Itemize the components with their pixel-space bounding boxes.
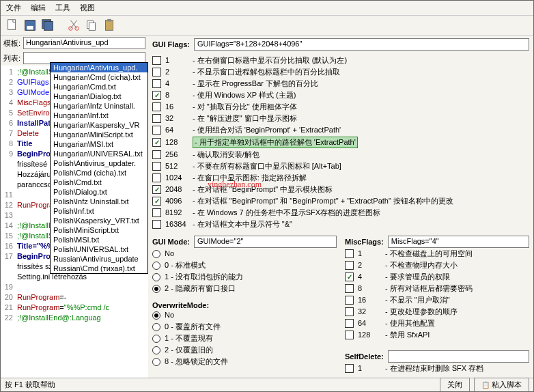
miscflags-input[interactable]: MiscFlags="4" [388, 236, 529, 248]
dropdown-item[interactable]: Hungarian\UNIVERSAL.txt [51, 149, 147, 158]
checkbox-icon[interactable] [345, 261, 354, 270]
checkbox-icon[interactable] [152, 197, 161, 206]
checkbox-icon[interactable] [152, 79, 161, 88]
dropdown-item[interactable]: Polish\Antivirus_updater. [51, 158, 147, 168]
new-icon[interactable] [5, 18, 20, 33]
checkbox-icon[interactable] [152, 208, 161, 217]
radio-icon[interactable] [152, 323, 160, 331]
dropdown-item[interactable]: Hungarian\Cmd (cicha).txt [51, 72, 147, 82]
dropdown-item[interactable]: Hungarian\Dialog.txt [51, 92, 147, 101]
checkbox-icon[interactable] [345, 284, 354, 293]
guiflag-4096[interactable]: 4096- 在对话框 "BeginPrompt" 和 "BeginPrompt"… [152, 195, 529, 207]
miscflag-2[interactable]: 2- 不检查物理内存大小 [345, 260, 529, 271]
dropdown-item[interactable]: Polish\Cmd (cicha).txt [51, 168, 147, 178]
dropdown-item[interactable]: Hungarian\MSI.txt [51, 139, 147, 149]
dropdown-item[interactable]: Hungarian\Infz Uninstall. [51, 101, 147, 111]
checkbox-icon[interactable] [152, 91, 161, 100]
guiflag-64[interactable]: 64- 使用组合对话 'BeginPrompt' + 'ExtractPath' [152, 124, 529, 136]
radio-icon[interactable] [152, 335, 160, 343]
selfdelete-input[interactable] [388, 350, 529, 363]
checkbox-icon[interactable] [152, 150, 161, 159]
checkbox-icon[interactable] [152, 102, 161, 111]
checkbox-icon[interactable] [152, 126, 161, 135]
dropdown-item[interactable]: Russian\Cmd (тихая).txt [51, 264, 147, 273]
miscflag-32[interactable]: 32- 更改处理参数的顺序 [345, 306, 529, 318]
checkbox-icon[interactable] [152, 220, 161, 229]
overwrite-option[interactable]: No [152, 309, 337, 321]
dropdown-item[interactable]: Polish\Inf.txt [51, 206, 147, 216]
radio-icon[interactable] [152, 250, 160, 258]
guimode-option[interactable]: No [152, 248, 337, 260]
checkbox-icon[interactable] [345, 272, 354, 281]
miscflag-1[interactable]: 1- 不检查磁盘上的可用空间 [345, 248, 529, 260]
dropdown-item[interactable]: Hungarian\Cmd.txt [51, 82, 147, 92]
guiflag-1[interactable]: 1- 在右侧窗口标题中显示百分比抽取 (默认为左) [152, 55, 529, 66]
dropdown-item[interactable]: Hungarian\MiniScript.txt [51, 130, 147, 139]
checkbox-icon[interactable] [152, 56, 161, 65]
guiflag-512[interactable]: 512- 不要在所有标题窗口中显示图标和 [Alt+Tab] [152, 160, 529, 172]
guiflag-2[interactable]: 2- 不显示窗口进程解包标题栏中的百分比抽取 [152, 66, 529, 78]
copy-icon[interactable] [84, 18, 99, 33]
dropdown-item[interactable]: Polish\Dialog.txt [51, 187, 147, 197]
checkbox-icon[interactable] [345, 296, 354, 305]
template-input[interactable]: Hungarian\Antivirus_upd [23, 37, 145, 49]
guiflag-8[interactable]: 8- 使用 Windows XP 样式 (主题) [152, 89, 529, 101]
miscflag-64[interactable]: 64- 使用其他配置 [345, 318, 529, 329]
checkbox-icon[interactable] [152, 185, 161, 194]
dropdown-item[interactable]: Hungarian\Kaspersky_VR [51, 120, 147, 130]
menu-tools[interactable]: 工具 [55, 3, 70, 13]
menu-view[interactable]: 视图 [80, 3, 95, 13]
dropdown-item[interactable]: Polish\MiniScript.txt [51, 225, 147, 235]
checkbox-icon[interactable] [152, 68, 161, 76]
radio-icon[interactable] [152, 285, 160, 293]
checkbox-icon[interactable] [345, 249, 354, 258]
guiflags-input[interactable]: GUIFlags="8+128+2048+4096" [194, 38, 529, 51]
checkbox-icon[interactable] [345, 319, 354, 328]
checkbox-icon[interactable] [152, 173, 161, 182]
overwrite-option[interactable]: 8 - 忽略锁定的文件 [152, 356, 337, 367]
checkbox-icon[interactable] [152, 114, 161, 123]
radio-icon[interactable] [152, 358, 160, 366]
radio-icon[interactable] [152, 262, 160, 270]
dropdown-item[interactable]: Hungarian\Antivirus_upd. [51, 63, 147, 72]
overwrite-option[interactable]: 1 - 不覆盖现有 [152, 333, 337, 344]
checkbox-icon[interactable] [345, 364, 354, 373]
save-all-icon[interactable] [40, 18, 55, 33]
save-icon[interactable] [23, 18, 38, 33]
menu-file[interactable]: 文件 [6, 3, 21, 13]
guiflag-32[interactable]: 32- 在 "解压进度" 窗口中显示图标 [152, 113, 529, 124]
overwrite-option[interactable]: 0 - 覆盖所有文件 [152, 321, 337, 333]
paste-icon[interactable] [102, 18, 117, 33]
guimode-option[interactable]: 1 - 没有取消包拆的能力 [152, 271, 337, 283]
checkbox-icon[interactable] [152, 138, 161, 147]
cut-icon[interactable] [66, 18, 81, 33]
template-dropdown[interactable]: Hungarian\Antivirus_upd.Hungarian\Cmd (c… [50, 62, 148, 274]
radio-icon[interactable] [152, 311, 160, 320]
dropdown-item[interactable]: Polish\Infz Uninstall.txt [51, 197, 147, 206]
overwrite-option[interactable]: 2 - 仅覆盖旧的 [152, 344, 337, 356]
paste-script-button[interactable]: 📋 粘入脚本 [474, 378, 529, 392]
close-button[interactable]: 关闭 [440, 378, 470, 392]
radio-icon[interactable] [152, 346, 160, 354]
dropdown-item[interactable]: Hungarian\Inf.txt [51, 111, 147, 120]
miscflag-128[interactable]: 128- 禁用 SfxAPI [345, 329, 529, 341]
dropdown-item[interactable]: Polish\MSI.txt [51, 235, 147, 244]
guiflag-16[interactable]: 16- 对 "抽取百分比" 使用粗体字体 [152, 101, 529, 113]
checkbox-icon[interactable] [152, 162, 161, 171]
checkbox-icon[interactable] [345, 307, 354, 316]
guiflag-256[interactable]: 256- 确认取消安装/解包 [152, 149, 529, 160]
guiflag-8192[interactable]: 8192- 在 Windows 7 的任务栏中不显示SFX存档的进度栏图标 [152, 207, 529, 219]
checkbox-icon[interactable] [345, 331, 354, 339]
dropdown-item[interactable]: Polish\UNIVERSAL.txt [51, 244, 147, 254]
dropdown-item[interactable]: Polish\Kaspersky_VRT.txt [51, 216, 147, 225]
guimode-input[interactable]: GUIMode="2" [194, 236, 337, 248]
selfdelete-option[interactable]: 1- 在进程结束时删除 SFX 存档 [345, 363, 529, 374]
guiflag-128[interactable]: 128- 用于指定单独对话框中的路径解包 'ExtractPath' [152, 136, 529, 149]
radio-icon[interactable] [152, 273, 160, 281]
miscflag-8[interactable]: 8- 所有对话框后都需要密码 [345, 283, 529, 294]
guiflag-16384[interactable]: 16384- 在对话框文本中显示符号 "&" [152, 219, 529, 230]
miscflag-16[interactable]: 16- 不显示 "用户取消" [345, 294, 529, 306]
guiflag-4[interactable]: 4- 显示在 ProgressBar 下解包的百分比 [152, 78, 529, 89]
dropdown-item[interactable]: Polish\Cmd.txt [51, 178, 147, 187]
guimode-option[interactable]: 2 - 隐藏所有窗口接口 [152, 283, 337, 294]
